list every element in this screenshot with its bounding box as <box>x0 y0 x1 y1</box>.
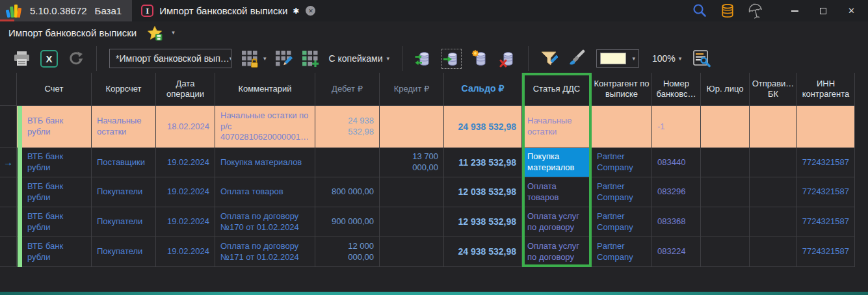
cell-date[interactable]: 19.02.2024 <box>156 177 215 207</box>
kopecks-dropdown[interactable]: С копейками ▾ <box>329 53 389 64</box>
cell-sender[interactable] <box>750 177 797 207</box>
db-delete-button[interactable] <box>498 49 516 68</box>
column-header-doc_number[interactable]: Номер банковс… <box>652 73 701 106</box>
cell-sender[interactable] <box>750 106 797 148</box>
column-header-credit[interactable]: Кредит ₽ <box>380 73 444 106</box>
cell-corr[interactable]: Покупатели <box>92 207 156 237</box>
cell-doc_number[interactable]: 083224 <box>652 237 701 267</box>
cell-corr[interactable]: Поставщики <box>92 148 156 177</box>
format-brush-button[interactable] <box>567 49 585 68</box>
cell-debit[interactable]: 800 000,00 <box>315 177 380 207</box>
grid-edit-button[interactable] <box>275 50 293 68</box>
cell-date[interactable]: 18.02.2024 <box>156 106 215 148</box>
column-header-inn[interactable]: ИНН контрагента <box>797 73 855 106</box>
cell-sender[interactable] <box>750 237 797 267</box>
cell-entity[interactable] <box>701 106 750 148</box>
database-name[interactable]: База1 <box>95 5 122 16</box>
cell-comment[interactable]: Оплата по договору №170 от 01.02.2024 <box>215 207 315 237</box>
cell-credit[interactable] <box>380 106 444 148</box>
print-button[interactable] <box>12 50 31 68</box>
minimize-button[interactable] <box>791 10 798 12</box>
cell-saldo[interactable]: 11 238 532,98 <box>444 148 522 177</box>
cell-comment[interactable]: Начальные остатки по р/с 407028106200000… <box>215 106 315 148</box>
cell-corr[interactable]: Начальные остатки <box>92 106 156 148</box>
cell-doc_number[interactable]: 083440 <box>652 148 701 177</box>
cell-entity[interactable] <box>701 237 750 267</box>
cell-date[interactable]: 19.02.2024 <box>156 148 215 177</box>
column-header-account[interactable]: Счет <box>17 73 92 106</box>
excel-export-button[interactable]: X <box>40 50 58 68</box>
row-marker[interactable] <box>0 177 17 207</box>
cell-inn[interactable]: 7724321587 <box>797 237 855 267</box>
favorite-star-icon[interactable] <box>147 25 163 41</box>
color-picker-dropdown[interactable]: ▾ <box>596 49 639 68</box>
cell-date[interactable]: 19.02.2024 <box>156 207 215 237</box>
column-header-date[interactable]: Дата операции <box>156 73 215 106</box>
view-selector-dropdown[interactable]: *Импорт банковской вып… ▾ <box>109 49 231 68</box>
cell-sender[interactable] <box>750 148 797 177</box>
chevron-down-icon[interactable]: ▾ <box>263 56 267 62</box>
column-header-sender[interactable]: Отправи… БК <box>750 73 797 106</box>
cell-dds[interactable]: Оплата услуг по договору <box>522 237 592 267</box>
grid-lock-button[interactable] <box>241 50 259 68</box>
row-marker[interactable] <box>0 237 17 267</box>
cell-inn[interactable] <box>797 106 855 148</box>
cell-counterparty[interactable]: Partner Company <box>592 207 652 237</box>
cell-dds[interactable]: Оплата услуг по договору <box>522 207 592 237</box>
cell-saldo[interactable]: 12 938 532,98 <box>444 207 522 237</box>
cell-saldo[interactable]: 12 038 532,98 <box>444 177 522 207</box>
db-new-button[interactable] <box>471 49 489 68</box>
row-marker[interactable]: → <box>0 148 17 177</box>
cell-dds[interactable]: Оплата товаров <box>522 177 592 207</box>
cell-credit[interactable] <box>380 177 444 207</box>
cell-account[interactable]: ВТБ банк рубли <box>17 177 92 207</box>
cell-dds[interactable]: Начальные остатки <box>522 106 592 148</box>
search-icon[interactable] <box>692 3 708 19</box>
chevron-down-icon[interactable]: ▾ <box>172 30 175 36</box>
cell-doc_number[interactable]: -1 <box>652 106 701 148</box>
cell-comment[interactable]: Оплата товаров <box>215 177 315 207</box>
tab-bank-import[interactable]: I Импорт банковской выписки ✱ ✕ <box>132 0 322 21</box>
cell-saldo[interactable]: 24 938 532,98 <box>444 237 522 267</box>
cell-entity[interactable] <box>701 207 750 237</box>
cell-doc_number[interactable]: 083368 <box>652 207 701 237</box>
cell-debit[interactable] <box>315 148 380 177</box>
close-button[interactable]: ✕ <box>848 6 855 16</box>
cell-inn[interactable]: 7724321587 <box>797 148 855 177</box>
column-header-saldo[interactable]: Сальдо ₽ <box>444 73 522 106</box>
column-header-selector[interactable] <box>0 73 17 106</box>
cell-dds[interactable]: Покупка материалов <box>522 148 592 177</box>
cell-debit[interactable]: 24 938 532,98 <box>315 106 380 148</box>
row-marker[interactable] <box>0 207 17 237</box>
cell-credit[interactable] <box>380 207 444 237</box>
cell-corr[interactable]: Покупатели <box>92 237 156 267</box>
cell-saldo[interactable]: 24 938 532,98 <box>444 106 522 148</box>
tab-close-icon[interactable]: ✕ <box>306 6 315 16</box>
table-settings-button[interactable] <box>692 49 711 68</box>
zoom-dropdown[interactable]: 100% ▾ <box>652 53 681 64</box>
column-header-counterparty[interactable]: Контрагент по выписке <box>592 73 652 106</box>
column-header-dds[interactable]: Статья ДДС <box>522 73 592 106</box>
cell-account[interactable]: ВТБ банк рубли <box>17 148 92 177</box>
column-header-debit[interactable]: Дебет ₽ <box>315 73 380 106</box>
cell-sender[interactable] <box>750 207 797 237</box>
vacation-umbrella-icon[interactable] <box>747 3 764 19</box>
database-icon[interactable] <box>719 3 736 19</box>
cell-credit[interactable]: 13 700 000,00 <box>380 148 444 177</box>
db-import-button[interactable] <box>441 49 462 69</box>
cell-debit[interactable]: 900 000,00 <box>315 207 380 237</box>
cell-date[interactable]: 19.02.2024 <box>156 237 215 267</box>
db-sync-button[interactable] <box>414 49 432 68</box>
cell-account[interactable]: ВТБ банк рубли <box>17 207 92 237</box>
cell-comment[interactable]: Оплата по договору №171 от 01.02.2024 <box>215 237 315 267</box>
cell-counterparty[interactable]: Partner Company <box>592 148 652 177</box>
refresh-button[interactable] <box>67 50 85 68</box>
cell-debit[interactable]: 12 000 000,00 <box>315 237 380 267</box>
row-marker[interactable] <box>0 106 17 148</box>
cell-counterparty[interactable] <box>592 106 652 148</box>
cell-counterparty[interactable]: Partner Company <box>592 237 652 267</box>
cell-entity[interactable] <box>701 177 750 207</box>
column-header-entity[interactable]: Юр. лицо <box>701 73 750 106</box>
cell-doc_number[interactable]: 083296 <box>652 177 701 207</box>
column-header-corr[interactable]: Коррсчет <box>92 73 156 106</box>
